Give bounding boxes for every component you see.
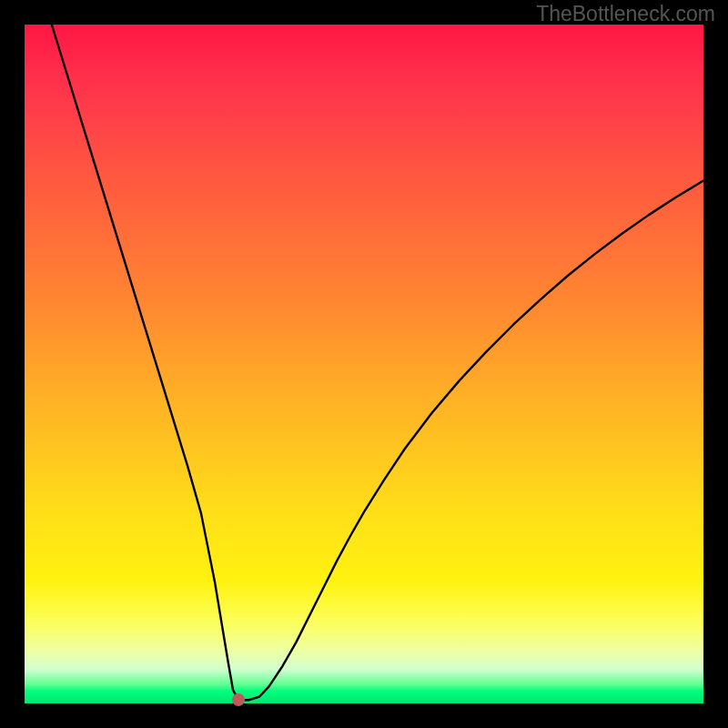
chart-container: TheBottleneck.com — [0, 0, 728, 728]
plot-area — [25, 25, 703, 703]
minimum-marker — [232, 693, 245, 706]
watermark-text: TheBottleneck.com — [536, 2, 715, 26]
curve-path — [52, 25, 703, 700]
bottleneck-curve — [25, 25, 703, 703]
